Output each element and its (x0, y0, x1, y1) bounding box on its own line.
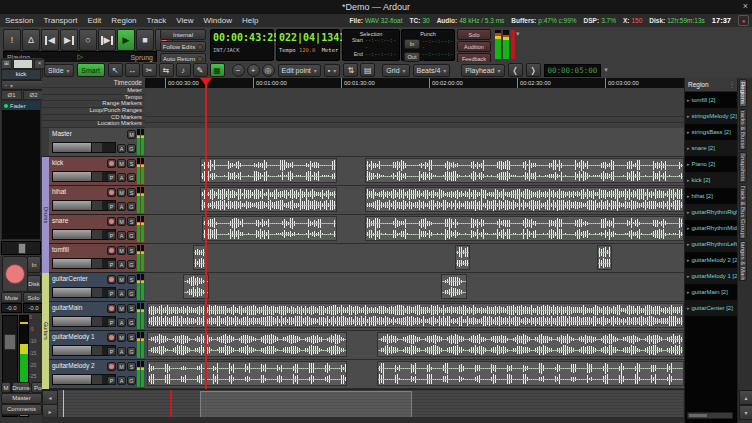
group-button[interactable]: G (127, 318, 136, 327)
pin-icon[interactable]: ⊞ (1, 59, 12, 69)
region-list-item[interactable]: ▸guitarMelody 2 [2 (685, 252, 738, 268)
group-button[interactable]: G (127, 289, 136, 298)
audio-region[interactable] (377, 332, 684, 357)
processor-fader[interactable]: Fader (2, 101, 40, 110)
audio-region[interactable] (202, 216, 337, 241)
record-indicator-icon[interactable]: ● (738, 15, 749, 26)
save-view-button[interactable]: ▤ (360, 63, 375, 77)
audition-mode-button[interactable]: ♪ (176, 63, 191, 77)
range-mode-button[interactable]: ↔ (125, 63, 140, 77)
expander-icon[interactable]: ▸ (687, 257, 690, 263)
grid-type-combo[interactable]: Beats/4▾ (413, 64, 451, 77)
play-button[interactable]: ▶ (117, 29, 135, 51)
track-lane-tomfill[interactable] (145, 244, 684, 273)
track-name[interactable]: guitarMelody 2 (52, 362, 95, 369)
metronome-button[interactable]: Δ (22, 29, 40, 51)
audio-region[interactable] (200, 187, 337, 212)
mute-button[interactable]: M (127, 130, 136, 139)
playlist-button[interactable]: P (107, 318, 116, 327)
audio-region[interactable] (441, 274, 467, 299)
region-list-item[interactable]: ▸kick [2] (685, 172, 738, 188)
strip-track-name[interactable]: kick (1, 69, 41, 80)
audio-region[interactable] (200, 158, 337, 183)
monitor-disk-button[interactable]: Disk (27, 275, 41, 292)
expander-icon[interactable]: ▸ (687, 129, 690, 135)
scroll-right-button[interactable]: ▸ (42, 404, 58, 418)
record-enable-button[interactable] (107, 362, 116, 371)
expander-icon[interactable]: ▸ (687, 145, 690, 151)
nudge-clock[interactable]: 00:00:05:00 (544, 64, 602, 77)
track-lane-guitarcenter[interactable] (145, 273, 684, 302)
solo-button[interactable]: Solo (23, 292, 44, 303)
playlist-button[interactable]: P (107, 347, 116, 356)
phase-invert-2-button[interactable]: Ø2 (23, 90, 44, 100)
edit-point-combo[interactable]: Edit point▾ (278, 64, 321, 77)
zoom-out-button[interactable]: − (232, 64, 245, 77)
track-header-master[interactable]: MasterMAG (42, 128, 145, 157)
tab-snapshots[interactable]: Snapshots (739, 152, 747, 183)
automation-button[interactable]: A (117, 289, 126, 298)
menu-view[interactable]: View (171, 16, 198, 25)
region-list-item[interactable]: ▸guitarRhythmMidd (685, 220, 738, 236)
expander-icon[interactable]: ▸ (687, 113, 690, 119)
track-lane-master[interactable] (145, 128, 684, 157)
group-label-drums[interactable]: Drums (42, 157, 49, 273)
track-lane-guitarmelody-1[interactable] (145, 331, 684, 360)
primary-clock-time[interactable]: 00:00:43:25 (213, 32, 273, 43)
track-name[interactable]: guitarMain (52, 304, 82, 311)
tab-ranges-marks[interactable]: Ranges & Marks (739, 241, 747, 281)
strip-entry[interactable] (13, 59, 33, 69)
nudge-forward-button[interactable]: ❭ (526, 63, 541, 77)
output-button[interactable]: Master (1, 393, 42, 404)
track-lane-guitarmain[interactable] (145, 302, 684, 331)
ruler-label-loop-punch-ranges[interactable]: Loop/Punch Ranges (42, 108, 145, 115)
playlist-button[interactable]: P (107, 260, 116, 269)
track-header-kick[interactable]: kickMSPAG (42, 157, 145, 186)
track-name[interactable]: Master (52, 130, 72, 137)
region-list-header[interactable]: Region ⋮ (685, 78, 738, 92)
record-enable-button[interactable] (107, 188, 116, 197)
audio-region[interactable] (597, 245, 612, 270)
audio-region[interactable] (455, 245, 470, 270)
ruler-lane[interactable] (145, 117, 684, 124)
grab-mode-button[interactable]: ↖ (108, 63, 123, 77)
follow-edits-button[interactable]: Follow Edits (160, 41, 206, 52)
go-to-start-button[interactable]: ◀ (41, 29, 59, 51)
expander-icon[interactable]: ▸ (687, 209, 690, 215)
region-list-item[interactable]: ▸guitarCenter [2] (685, 300, 738, 316)
record-enable-button[interactable] (107, 159, 116, 168)
strip-m-button[interactable]: M (1, 382, 11, 393)
mute-button[interactable]: M (117, 217, 126, 226)
track-name[interactable]: tomfill (52, 246, 69, 253)
track-name[interactable]: guitarCenter (52, 275, 88, 282)
region-list-item[interactable]: ▸snare [2] (685, 140, 738, 156)
comments-button[interactable]: Comments (1, 404, 42, 415)
menu-region[interactable]: Region (106, 16, 141, 25)
track-header-guitarmelody-2[interactable]: guitarMelody 2MSPAG (42, 360, 145, 389)
distribute-button[interactable]: ⇅ (343, 63, 358, 77)
automation-button[interactable]: A (117, 347, 126, 356)
record-enable-button[interactable] (107, 275, 116, 284)
expander-icon[interactable]: ▸ (687, 305, 690, 311)
automation-button[interactable]: A (117, 318, 126, 327)
zoom-in-button[interactable]: + (247, 64, 260, 77)
group-button[interactable]: G (127, 231, 136, 240)
column-menu-icon[interactable]: ⋮ (729, 81, 736, 89)
monitor-input-button[interactable]: In (27, 256, 41, 273)
scroll-up-button[interactable]: ▴ (739, 390, 752, 405)
menu-edit[interactable]: Edit (82, 16, 106, 25)
audio-region[interactable] (147, 332, 347, 357)
track-header-guitarmelody-1[interactable]: guitarMelody 1MSPAG (42, 331, 145, 360)
stretch-mode-button[interactable]: ⇆ (159, 63, 174, 77)
expander-icon[interactable]: ▸ (687, 177, 690, 183)
loop-button[interactable]: ○ (79, 29, 97, 51)
ruler-label-tempo[interactable]: Tempo (42, 95, 145, 102)
secondary-clock[interactable]: 022|04|1341 Tempo 120.0 Meter 4/4 (276, 29, 340, 61)
automation-button[interactable]: A (117, 376, 126, 385)
tab-tracks-busses[interactable]: Tracks & Busses (739, 109, 747, 150)
solo-button[interactable]: S (127, 304, 136, 313)
track-header-guitarcenter[interactable]: guitarCenterMSPAG (42, 273, 145, 302)
region-list-item[interactable]: ▸guitarRhythmRigh (685, 204, 738, 220)
session-summary[interactable]: ◂ ▸ (42, 389, 684, 418)
title-bar[interactable]: *Demo — Ardour × (0, 0, 752, 14)
